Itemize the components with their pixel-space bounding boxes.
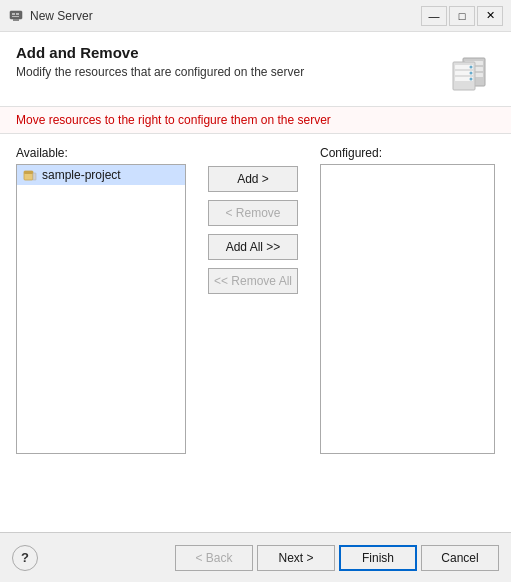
panels-row: Available: sample-project [16,146,495,520]
add-all-button[interactable]: Add All >> [208,234,298,260]
available-item-label: sample-project [42,168,121,182]
available-list[interactable]: sample-project [16,164,186,454]
remove-all-button[interactable]: << Remove All [208,268,298,294]
main-area: Available: sample-project [0,134,511,532]
add-button[interactable]: Add > [208,166,298,192]
instruction-text: Move resources to the right to configure… [16,113,331,127]
header-icon [443,44,495,96]
svg-point-13 [470,66,473,69]
svg-rect-17 [24,171,33,174]
svg-rect-3 [12,16,19,17]
available-panel: Available: sample-project [16,146,186,454]
navigation-buttons: < Back Next > Finish Cancel [175,545,499,571]
svg-point-14 [470,72,473,75]
svg-rect-2 [16,13,19,15]
configured-panel: Configured: [320,146,495,454]
dialog-content: Add and Remove Modify the resources that… [0,32,511,532]
header-text: Add and Remove Modify the resources that… [16,44,443,79]
action-buttons: Add > < Remove Add All >> << Remove All [186,146,320,294]
dialog-title: Add and Remove [16,44,443,61]
finish-button[interactable]: Finish [339,545,417,571]
window-controls: — □ ✕ [421,6,503,26]
list-item[interactable]: sample-project [17,165,185,185]
instruction-bar: Move resources to the right to configure… [0,107,511,134]
cancel-button[interactable]: Cancel [421,545,499,571]
svg-rect-4 [13,19,19,21]
available-label: Available: [16,146,186,160]
svg-point-15 [470,78,473,81]
bottom-bar: ? < Back Next > Finish Cancel [0,532,511,582]
title-bar: New Server — □ ✕ [0,0,511,32]
configured-label: Configured: [320,146,495,160]
dialog-subtitle: Modify the resources that are configured… [16,65,443,79]
window-title: New Server [30,9,421,23]
close-button[interactable]: ✕ [477,6,503,26]
back-button[interactable]: < Back [175,545,253,571]
app-icon [8,8,24,24]
configured-list[interactable] [320,164,495,454]
minimize-button[interactable]: — [421,6,447,26]
header-section: Add and Remove Modify the resources that… [0,32,511,107]
next-button[interactable]: Next > [257,545,335,571]
maximize-button[interactable]: □ [449,6,475,26]
svg-rect-1 [12,13,15,15]
svg-rect-18 [33,173,36,180]
help-button[interactable]: ? [12,545,38,571]
project-icon [23,168,37,182]
remove-button[interactable]: < Remove [208,200,298,226]
